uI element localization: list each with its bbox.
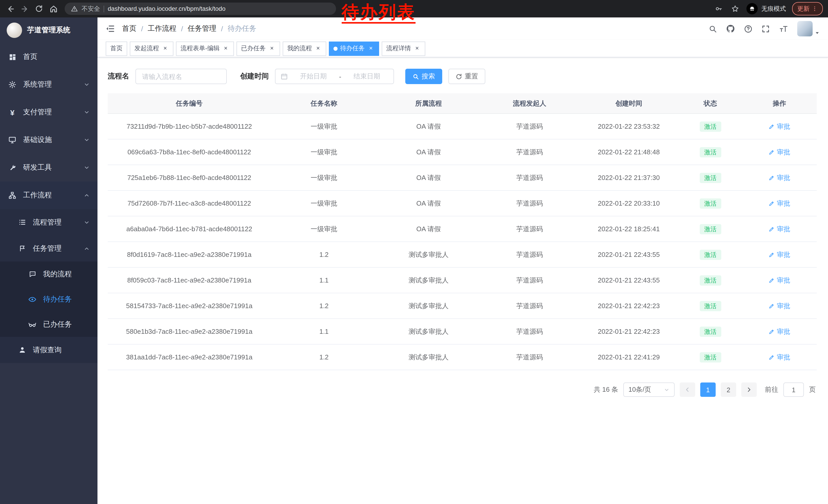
- calendar-icon: [281, 73, 288, 80]
- tab-close-icon[interactable]: ×: [413, 45, 421, 52]
- tags-view-bar: 首页 发起流程 × 流程表单-编辑 × 已办任务 ×: [97, 40, 828, 57]
- approve-link[interactable]: 审批: [769, 250, 790, 259]
- sidebar-item-leave-query[interactable]: 请假查询: [0, 337, 97, 363]
- approve-link[interactable]: 审批: [769, 122, 790, 131]
- search-button[interactable]: 搜索: [405, 69, 442, 84]
- breadcrumb-separator: /: [141, 25, 143, 33]
- approve-link[interactable]: 审批: [769, 199, 790, 208]
- sidebar-item-todo-tasks[interactable]: 待办任务: [0, 287, 97, 312]
- page-suffix-label: 页: [809, 385, 816, 394]
- user-menu[interactable]: [797, 21, 820, 36]
- tag-tab-process-detail[interactable]: 流程详情 ×: [382, 41, 425, 56]
- process-name-field[interactable]: [135, 69, 227, 84]
- total-count: 共 16 条: [594, 385, 618, 394]
- incognito-icon: [746, 3, 758, 14]
- page-size-value: 10条/页: [628, 385, 651, 394]
- url-text: dashboard.yudao.iocoder.cn/bpm/task/todo: [108, 5, 225, 12]
- approve-link[interactable]: 审批: [769, 327, 790, 336]
- cell-task-name: 一级审批: [271, 165, 377, 190]
- kebab-menu-icon: [812, 5, 818, 12]
- sidebar-item-workflow[interactable]: 工作流程: [0, 182, 97, 209]
- table-row: a6aba0a4-7b6d-11ec-b781-acde48001122 一级审…: [108, 216, 817, 242]
- cell-process: OA 请假: [377, 113, 480, 139]
- cell-task-id: 725a1eb6-7b88-11ec-8ef0-acde48001122: [108, 165, 271, 190]
- home-icon[interactable]: [48, 4, 58, 14]
- incognito-badge[interactable]: 无痕模式: [746, 3, 786, 14]
- fullscreen-icon[interactable]: [761, 25, 770, 33]
- breadcrumb-home[interactable]: 首页: [122, 24, 136, 33]
- chevron-down-icon: [84, 137, 90, 143]
- page-button-2[interactable]: 2: [721, 382, 736, 397]
- date-range-picker[interactable]: 开始日期 - 结束日期: [275, 69, 394, 84]
- github-icon[interactable]: [726, 24, 735, 33]
- help-icon[interactable]: [744, 25, 753, 33]
- sidebar-item-payment[interactable]: ¥ 支付管理: [0, 98, 97, 126]
- tab-close-icon[interactable]: ×: [222, 45, 229, 52]
- approve-link[interactable]: 审批: [769, 147, 790, 156]
- logo-title: 芋道管理系统: [27, 26, 70, 35]
- tag-tab-start-process[interactable]: 发起流程 ×: [130, 41, 173, 56]
- tag-tab-todo-tasks[interactable]: 待办任务 ×: [329, 41, 379, 56]
- sidebar-item-infrastructure[interactable]: 基础设施: [0, 126, 97, 154]
- sidebar-item-process-management[interactable]: 流程管理: [0, 209, 97, 235]
- cell-process: OA 请假: [377, 165, 480, 190]
- goto-label: 前往: [765, 385, 778, 394]
- approve-link[interactable]: 审批: [769, 276, 790, 285]
- approve-link[interactable]: 审批: [769, 353, 790, 362]
- approve-link[interactable]: 审批: [769, 224, 790, 234]
- bookmark-star-icon[interactable]: [730, 4, 740, 14]
- sidebar-item-task-management[interactable]: 任务管理: [0, 235, 97, 262]
- list-icon: [17, 218, 27, 226]
- table-row: 58154733-7ac8-11ec-a9e2-a2380e71991a 1.2…: [108, 293, 817, 319]
- tag-tab-done-tasks[interactable]: 已办任务 ×: [237, 41, 280, 56]
- cell-task-id: 75d72608-7b7f-11ec-a3c8-acde48001122: [108, 190, 271, 216]
- tab-close-icon[interactable]: ×: [367, 45, 374, 52]
- page-content: 流程名 创建时间 开始日期 - 结束日期: [97, 57, 828, 504]
- breadcrumb-workflow[interactable]: 工作流程: [148, 24, 176, 33]
- update-label: 更新: [797, 4, 810, 13]
- page-size-select[interactable]: 10条/页: [623, 382, 675, 397]
- page-button-1[interactable]: 1: [700, 382, 716, 397]
- cell-task-name: 1.1: [271, 267, 377, 293]
- address-bar[interactable]: 不安全 dashboard.yudao.iocoder.cn/bpm/task/…: [65, 3, 336, 15]
- breadcrumb-task-management[interactable]: 任务管理: [188, 24, 216, 33]
- forward-icon[interactable]: [19, 4, 30, 14]
- status-badge: 激活: [700, 224, 721, 234]
- tab-close-icon[interactable]: ×: [268, 45, 276, 52]
- reset-button-label: 重置: [465, 72, 478, 81]
- update-button[interactable]: 更新: [792, 2, 823, 15]
- search-icon[interactable]: [708, 25, 717, 33]
- cell-process: 测试多审批人: [377, 344, 480, 370]
- tab-label: 待办任务: [340, 44, 365, 53]
- sidebar-collapse-icon[interactable]: [106, 24, 115, 33]
- caret-down-icon: [815, 30, 820, 35]
- sidebar-item-done-tasks[interactable]: 已办任务: [0, 312, 97, 337]
- prev-page-button[interactable]: [680, 382, 695, 397]
- tag-tab-form-edit[interactable]: 流程表单-编辑 ×: [176, 41, 234, 56]
- goto-page-input[interactable]: [783, 382, 804, 397]
- next-page-button[interactable]: [741, 382, 757, 397]
- table-header-row: 任务编号 任务名称 所属流程 流程发起人 创建时间 状态 操作: [108, 93, 817, 113]
- tab-label: 已办任务: [241, 44, 266, 53]
- key-icon[interactable]: [714, 4, 724, 14]
- tab-close-icon[interactable]: ×: [315, 45, 322, 52]
- reload-icon[interactable]: [34, 4, 44, 14]
- sidebar-item-home[interactable]: 首页: [0, 43, 97, 71]
- approve-link[interactable]: 审批: [769, 173, 790, 182]
- sidebar-item-system[interactable]: 系统管理: [0, 71, 97, 98]
- sidebar-item-devtools[interactable]: 研发工具: [0, 154, 97, 182]
- approve-link-label: 审批: [777, 327, 790, 336]
- process-name-input[interactable]: [141, 72, 221, 81]
- reset-button[interactable]: 重置: [448, 69, 485, 84]
- tag-tab-my-process[interactable]: 我的流程 ×: [283, 41, 326, 56]
- sidebar-item-my-process[interactable]: 我的流程: [0, 262, 97, 287]
- status-badge: 激活: [700, 147, 721, 157]
- status-badge: 激活: [700, 121, 721, 132]
- font-size-icon[interactable]: [779, 25, 788, 33]
- approve-link[interactable]: 审批: [769, 301, 790, 311]
- search-icon: [412, 73, 419, 80]
- table-row: 8f0d1619-7ac8-11ec-a9e2-a2380e71991a 1.2…: [108, 242, 817, 267]
- tag-tab-home[interactable]: 首页: [106, 41, 127, 56]
- back-icon[interactable]: [5, 4, 15, 14]
- tab-close-icon[interactable]: ×: [162, 45, 169, 52]
